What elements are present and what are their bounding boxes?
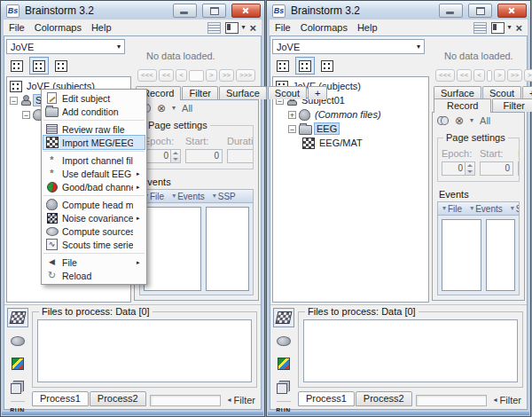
tree-expander[interactable]: − [10,97,18,105]
run-button[interactable]: RUN [276,407,290,413]
tab-process1[interactable]: Process1 [32,391,89,406]
menu-file[interactable]: File [275,21,295,34]
start-field[interactable]: 0 [185,149,223,163]
maximize-button[interactable] [202,4,226,18]
menu-item-reload[interactable]: ↻ Reload [43,269,145,282]
menu-item-compute-head-model[interactable]: Compute head model [43,198,145,211]
filter-toggle[interactable]: ◂ Filter [494,395,521,405]
window-arrangement-icon[interactable] [225,22,239,34]
events-file-menu[interactable]: ▾File [442,204,462,214]
tab-process1[interactable]: Process1 [298,391,355,406]
process-volume-button[interactable] [7,354,28,374]
tab-process2[interactable]: Process2 [90,391,146,406]
minimize-button[interactable] [439,4,463,18]
nav-first-button[interactable]: <<< [137,69,157,82]
protocol-dropdown[interactable]: JoVE ▾ [272,39,425,54]
tree-item-common-files[interactable]: + (Common files) [273,107,428,122]
nav-next-button[interactable]: > [206,69,217,82]
events-group-list[interactable] [144,207,201,291]
titlebar[interactable]: Bs Brainstorm 3.2 [1,1,264,20]
record-marker-icon[interactable]: ⊗ [157,103,166,114]
nav-prev-page-button[interactable]: << [159,69,174,82]
close-figures-icon[interactable]: × [515,22,522,34]
chevron-down-icon[interactable]: ▾ [470,117,473,124]
process-data-button[interactable] [7,308,28,327]
montage-all-label[interactable]: All [182,103,192,114]
nav-prev-button[interactable]: < [473,69,485,82]
filter-toggle[interactable]: ◂ Filter [228,395,255,405]
events-group-list[interactable] [442,219,481,291]
files-to-process-list[interactable] [37,319,252,382]
tab-filter[interactable]: Filter [182,86,217,99]
menu-item-file[interactable]: ◀ File ▸ [43,256,145,269]
nav-prev-button[interactable]: < [176,69,187,82]
process-volume-button[interactable] [273,354,294,374]
nav-prev-page-button[interactable]: << [457,69,472,82]
run-button[interactable]: RUN [10,407,24,413]
sort-by-anatomy-button[interactable] [7,57,27,75]
menu-item-import-meg-eeg[interactable]: Import MEG/EEG [43,136,145,149]
menu-item-add-condition[interactable]: Add condition [43,105,145,118]
duration-field[interactable]: 0 [518,161,519,176]
menu-item-noise-covariance[interactable]: Noise covariance ▸ [43,211,145,224]
menu-item-import-channel-file[interactable]: * Import channel file [43,153,145,167]
process-sources-button[interactable] [273,331,294,350]
nav-last-button[interactable]: >>> [524,69,532,82]
chevron-down-icon[interactable]: ▾ [172,105,176,112]
sort-by-conditions-button[interactable] [317,57,337,75]
titlebar[interactable]: Bs Brainstorm 3.2 [267,1,530,20]
layout-options-icon[interactable] [473,22,487,34]
nav-first-button[interactable]: <<< [435,69,455,82]
events-ssp-menu[interactable]: ▾SSP [213,192,236,201]
start-field[interactable]: 0 [480,161,513,176]
nav-next-page-button[interactable]: >> [507,69,522,82]
menu-help[interactable]: Help [91,21,116,34]
events-occurrence-list[interactable] [206,207,249,291]
sort-by-conditions-button[interactable] [51,57,71,75]
spinner-buttons[interactable] [465,162,474,175]
menu-help[interactable]: Help [357,21,382,34]
menu-item-use-default-eeg-cap[interactable]: * Use default EEG cap ▸ [43,167,145,180]
filter-field[interactable] [416,395,487,406]
nav-next-button[interactable]: > [494,69,505,82]
events-file-menu[interactable]: ▾File [145,192,164,201]
tab-scout[interactable]: Scout [268,86,307,99]
menu-item-compute-sources[interactable]: Compute sources [43,224,145,238]
window-arrangement-icon[interactable] [491,22,505,34]
menu-colormaps[interactable]: Colormaps [35,21,86,34]
search-binoculars-icon[interactable] [437,116,449,124]
tab-record[interactable]: Record [434,98,491,113]
tree-expander[interactable]: − [288,125,296,133]
files-to-process-list[interactable] [303,319,518,382]
chevron-down-icon[interactable]: ▾ [241,24,245,31]
tree-item-eegmat[interactable]: EEG/MAT [273,136,428,150]
nav-next-page-button[interactable]: >> [219,69,234,82]
tab-add[interactable]: + [308,86,327,99]
menu-item-good-bad-channels[interactable]: Good/bad channels ▸ [43,180,145,193]
tree-expander[interactable]: + [288,111,296,119]
sort-by-subjects-button[interactable] [29,57,49,75]
menu-item-edit-subject[interactable]: Edit subject [43,91,145,105]
tab-surface[interactable]: Surface [219,86,267,99]
tab-surface[interactable]: Surface [434,86,481,99]
close-button[interactable] [231,4,261,18]
menu-colormaps[interactable]: Colormaps [301,21,352,34]
nav-last-button[interactable]: >>> [236,69,255,82]
page-number-input[interactable] [487,70,492,82]
tab-filter[interactable]: Filter [492,98,532,112]
tree-item-eeg[interactable]: − EEG [273,122,428,136]
tree-expander[interactable]: − [22,111,30,119]
process-stacks-button[interactable] [273,377,294,397]
menu-item-review-raw-file[interactable]: Review raw file [43,122,145,136]
montage-all-label[interactable]: All [480,115,490,126]
minimize-button[interactable] [173,4,197,18]
menu-file[interactable]: File [9,21,29,34]
tab-process2[interactable]: Process2 [356,391,412,406]
tab-add[interactable]: + [522,86,532,99]
sort-by-subjects-button[interactable] [295,57,315,75]
events-occurrence-list[interactable] [486,219,515,291]
close-button[interactable] [497,4,527,18]
epoch-field[interactable]: 0 [144,149,181,163]
sort-by-anatomy-button[interactable] [273,57,293,75]
events-events-menu[interactable]: ▾Events [172,192,205,201]
